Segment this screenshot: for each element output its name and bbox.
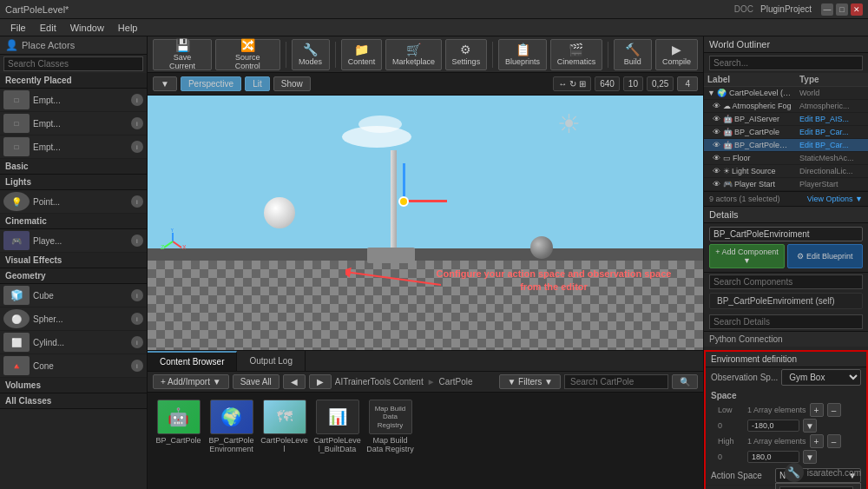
outliner-row-1[interactable]: 👁 ☁ Atmospheric Fog Atmospheric... — [704, 100, 868, 113]
outliner-row-5[interactable]: 👁 ▭ Floor StaticMeshAc... — [704, 152, 868, 165]
outliner-row-6[interactable]: 👁 ☀ Light Source DirectionalLic... — [704, 165, 868, 178]
mapbuild-label: Map Build Data Registry — [366, 436, 414, 453]
cylinder-info[interactable]: i — [131, 336, 143, 348]
nav-back-button[interactable]: ◀ — [283, 374, 306, 389]
low-add-button[interactable]: + — [810, 403, 824, 417]
menu-help[interactable]: Help — [111, 21, 145, 35]
high-add-button[interactable]: + — [810, 434, 824, 448]
lit-button[interactable]: Lit — [245, 76, 270, 91]
add-import-button[interactable]: + Add/Import ▼ — [153, 374, 229, 389]
low-value-input[interactable] — [747, 420, 799, 432]
low-value-dropdown[interactable]: ▼ — [803, 419, 817, 433]
viewport-snap-control[interactable]: 640 — [595, 76, 620, 91]
outliner-cell-type-1: Atmospheric... — [796, 100, 868, 113]
python-connection-header[interactable]: Python Connection — [704, 331, 868, 347]
self-component-item[interactable]: BP_CartPoleEnviroiment (self) — [709, 293, 863, 309]
add-component-button[interactable]: + Add Component ▼ — [709, 244, 785, 268]
asset-thumb-mapbuild[interactable]: Map Build Data Registry Map Build Data R… — [366, 400, 414, 453]
settings-button[interactable]: ⚙ Settings — [445, 39, 488, 70]
save-current-label: Save Current — [161, 53, 204, 70]
cube-info[interactable]: i — [131, 289, 143, 301]
viewport-menu-button[interactable]: ▼ — [153, 76, 177, 91]
viewport-transform-controls: ↔ ↻ ⊞ — [553, 76, 591, 91]
edit-blueprint-button[interactable]: ⚙ Edit Blueprint — [787, 244, 863, 268]
search-components-input[interactable] — [709, 274, 863, 289]
right-panel: World Outliner Label Type ▼ 🌍 CartPoleLe… — [703, 36, 868, 489]
blueprints-button[interactable]: 📋 Blueprints — [498, 39, 547, 70]
perspective-button[interactable]: Perspective — [181, 76, 241, 91]
asset-row-empty2[interactable]: □ Empt... i — [0, 112, 147, 135]
menu-file[interactable]: File — [3, 21, 33, 35]
high-row: High 1 Array elements + – — [711, 433, 861, 449]
empty1-info[interactable]: i — [131, 94, 143, 106]
source-control-button[interactable]: 🔀 Source Control — [215, 39, 280, 70]
low-remove-button[interactable]: – — [827, 403, 841, 417]
viewport-zoom-control[interactable]: 0,25 — [647, 76, 674, 91]
content-browser-tab[interactable]: Content Browser — [148, 351, 237, 371]
asset-thumb-bpcartpole[interactable]: 🤖 BP_CartPole — [155, 400, 202, 453]
filters-button[interactable]: ▼ Filters ▼ — [499, 374, 561, 389]
viewport[interactable]: ☀ Configure your action space and observ… — [148, 96, 703, 350]
main-layout: 👤 Place Actors Recently Placed □ Empt...… — [0, 36, 868, 489]
menu-edit[interactable]: Edit — [33, 21, 63, 35]
output-log-tab[interactable]: Output Log — [237, 351, 305, 371]
close-button[interactable]: ✕ — [851, 3, 863, 16]
env-definition-header[interactable]: Environment definition — [706, 352, 866, 367]
build-button[interactable]: 🔨 Build — [614, 39, 652, 70]
asset-row-sphere[interactable]: ⚪ Spher... i — [0, 307, 147, 331]
high-value-input[interactable] — [747, 451, 799, 463]
actor-name-input[interactable] — [709, 227, 863, 241]
cinematics-button[interactable]: 🎬 Cinematics — [550, 39, 602, 70]
empty1-label: Empt... — [33, 96, 128, 105]
asset-row-cylinder[interactable]: ⬜ Cylind... i — [0, 331, 147, 354]
search-content-button[interactable]: 🔍 — [672, 374, 698, 389]
player-info[interactable]: i — [131, 235, 143, 247]
compile-button[interactable]: ▶ Compile — [655, 39, 698, 70]
asset-thumb-cartpolelevel[interactable]: 🗺 CartPoleLevel — [260, 400, 308, 453]
asset-thumb-bpcartpoleenv[interactable]: 🌍 BP_CartPole Environment — [207, 400, 255, 453]
show-button[interactable]: Show — [273, 76, 311, 91]
asset-row-cone[interactable]: 🔺 Cone i — [0, 354, 147, 378]
empty3-info[interactable]: i — [131, 141, 143, 153]
point-info[interactable]: i — [131, 195, 143, 208]
point-icon: 💡 — [3, 192, 30, 211]
breadcrumb-cartpole[interactable]: CartPole — [439, 377, 473, 387]
outliner-row-0[interactable]: ▼ 🌍 CartPoleLevel (Editor) World — [704, 87, 868, 100]
breadcrumb-root[interactable]: AITrainerTools Content — [335, 377, 424, 387]
search-details-input[interactable] — [709, 314, 863, 329]
modes-button[interactable]: 🔧 Modes — [292, 39, 330, 70]
viewport-angle-control[interactable]: 10 — [623, 76, 643, 91]
asset-row-empty3[interactable]: □ Empt... i — [0, 135, 147, 159]
nav-forward-button[interactable]: ▶ — [309, 374, 332, 389]
menu-window[interactable]: Window — [63, 21, 111, 35]
maximize-button[interactable]: □ — [836, 3, 848, 16]
sphere-info[interactable]: i — [131, 313, 143, 325]
marketplace-button[interactable]: 🛒 Marketplace — [385, 39, 441, 70]
asset-row-player[interactable]: 🎮 Playe... i — [0, 229, 147, 253]
outliner-row-3[interactable]: 👁 🤖 BP_CartPole Edit BP_Car... — [704, 126, 868, 139]
outliner-search-input[interactable] — [709, 56, 863, 70]
search-classes-input[interactable] — [3, 56, 143, 71]
high-remove-button[interactable]: – — [827, 434, 841, 448]
observation-space-dropdown[interactable]: Gym Box — [781, 369, 861, 386]
svg-line-3 — [173, 241, 181, 248]
save-current-button[interactable]: 💾 Save Current — [153, 39, 212, 70]
asset-thumb-builtdata[interactable]: 📊 CartPoleLevel_BuiltData — [313, 400, 361, 453]
content-button[interactable]: 📁 Content — [341, 39, 383, 70]
env-definition-label: Environment definition — [711, 354, 797, 364]
minimize-button[interactable]: — — [821, 3, 833, 16]
view-options-button[interactable]: View Options ▼ — [807, 195, 863, 203]
high-value-dropdown[interactable]: ▼ — [803, 450, 817, 464]
angle-label: 10 — [628, 79, 638, 89]
cone-info[interactable]: i — [131, 360, 143, 372]
asset-row-empty1[interactable]: □ Empt... i — [0, 89, 147, 112]
outliner-row-7[interactable]: 👁 🎮 Player Start PlayerStart — [704, 178, 868, 191]
empty2-info[interactable]: i — [131, 117, 143, 129]
asset-row-point[interactable]: 💡 Point... i — [0, 190, 147, 214]
outliner-row-4[interactable]: 👁 🤖 BP_CartPoleEnvir... Edit BP_Car... — [704, 139, 868, 152]
search-content-input[interactable] — [564, 374, 668, 389]
outliner-row-2[interactable]: 👁 🤖 BP_AIServer Edit BP_AIS... — [704, 113, 868, 126]
viewport-extra-button[interactable]: 4 — [677, 76, 698, 91]
asset-row-cube[interactable]: 🧊 Cube i — [0, 284, 147, 307]
save-all-button[interactable]: Save All — [233, 374, 279, 389]
